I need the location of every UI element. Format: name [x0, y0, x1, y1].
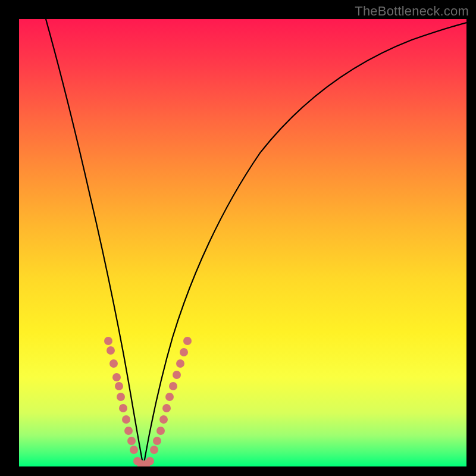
marker-dot: [153, 437, 161, 445]
curve-group: [46, 19, 466, 466]
marker-dot: [180, 348, 188, 356]
chart-frame: TheBottleneck.com: [0, 0, 476, 476]
marker-dot: [173, 371, 181, 379]
marker-dot: [112, 373, 121, 381]
marker-dot: [156, 427, 165, 435]
marker-dot: [117, 393, 125, 401]
marker-dot: [150, 446, 158, 454]
marker-dot: [119, 404, 127, 412]
marker-dot: [146, 457, 154, 465]
chart-svg: [19, 19, 466, 466]
marker-dot: [165, 393, 174, 401]
marker-dot: [115, 382, 123, 390]
marker-dot: [159, 415, 168, 424]
marker-dot: [127, 437, 136, 445]
marker-dot: [104, 337, 112, 345]
curve-right: [143, 23, 466, 466]
marker-dot: [130, 446, 138, 454]
marker-dot: [122, 415, 130, 424]
plot-area: [19, 19, 466, 466]
marker-dot: [169, 382, 177, 390]
marker-dot: [124, 427, 133, 435]
marker-dot: [183, 337, 192, 345]
marker-group: [104, 337, 192, 466]
marker-dot: [107, 346, 115, 355]
marker-dot: [162, 404, 171, 412]
marker-dot: [176, 359, 184, 368]
marker-dot: [109, 359, 118, 368]
watermark-text: TheBottleneck.com: [355, 4, 469, 19]
curve-left: [46, 19, 143, 466]
